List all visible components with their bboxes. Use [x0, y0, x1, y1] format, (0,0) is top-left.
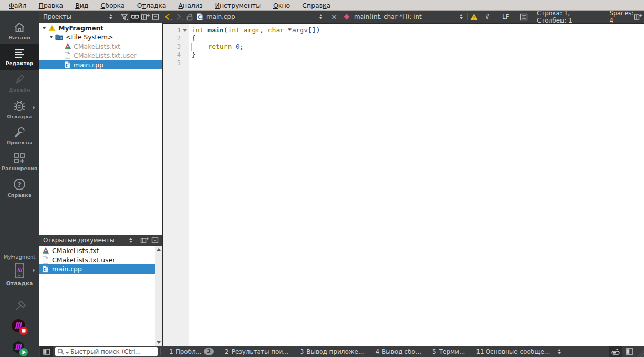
menu-analyze[interactable]: Анализ: [173, 1, 208, 10]
encoding-indicator[interactable]: #: [485, 13, 490, 20]
line-number-gutter: 1 2 3 4 5: [163, 24, 189, 346]
opened-documents-list: CMakeLists.txt CMakeLists.txt.user C++ m…: [39, 246, 162, 346]
editor-lines-icon: [13, 48, 26, 59]
cursor-position[interactable]: Строка: 1, Столбец: 1: [537, 10, 594, 24]
menu-debug[interactable]: Отладка: [132, 1, 172, 10]
mode-help[interactable]: ? Справка: [0, 175, 39, 201]
chevron-down-icon: [170, 19, 172, 20]
menu-bar: Файл Правка Вид Сборка Отладка Анализ Ин…: [0, 0, 644, 11]
split-editor-icon[interactable]: [634, 12, 642, 22]
open-document-dropdown[interactable]: C++ main.cpp: [196, 13, 325, 21]
menu-window[interactable]: Окно: [267, 1, 296, 10]
warning-icon[interactable]: [470, 12, 479, 22]
menu-build[interactable]: Сборка: [95, 1, 130, 10]
doc-item-main-cpp[interactable]: C++ main.cpp: [39, 264, 162, 274]
code-line-2: {: [192, 34, 644, 43]
mode-edit[interactable]: Редактор: [0, 44, 39, 70]
mode-debug[interactable]: Отладка: [0, 96, 39, 122]
wrench-icon: [13, 125, 26, 139]
tree-item-cmakelists[interactable]: CMakeLists.txt: [39, 41, 162, 51]
opened-documents-header: Открытые документы: [39, 235, 162, 246]
chevron-right-icon[interactable]: [33, 106, 35, 110]
run-button[interactable]: [11, 340, 28, 357]
extensions-icon: [13, 152, 26, 164]
cmake-file-icon: [64, 43, 71, 50]
help-circle-icon: ?: [13, 178, 26, 191]
mode-sidebar: Начало Редактор Дизайн Отладка Проекты Р…: [0, 11, 39, 357]
output-pane-search-results[interactable]: 2 Результаты пои...: [219, 346, 295, 357]
scroll-up-icon[interactable]: [157, 248, 161, 251]
stop-run-button[interactable]: [11, 318, 28, 335]
menu-file[interactable]: Файл: [3, 1, 32, 10]
pane-selector-arrows-icon[interactable]: [109, 14, 112, 19]
search-icon: [57, 348, 64, 355]
close-pane-icon[interactable]: [150, 12, 160, 22]
cpp-file-icon: C++: [41, 265, 49, 273]
scroll-down-icon[interactable]: [157, 341, 161, 344]
indent-guide: [191, 43, 192, 51]
line-number: 5: [177, 59, 181, 67]
text-format-icon[interactable]: [520, 12, 528, 22]
mode-projects[interactable]: Проекты: [0, 122, 39, 149]
menu-help[interactable]: Справка: [297, 1, 336, 10]
document-dropdown-arrows-icon[interactable]: [319, 14, 322, 19]
split-pane-icon[interactable]: [140, 12, 150, 22]
code-editor[interactable]: 1 2 3 4 5 int main(int argc, char *argv[…: [162, 23, 644, 346]
resize-grip[interactable]: [636, 346, 644, 357]
cpp-file-icon: C++: [64, 61, 71, 69]
code-line-3: return 0;: [192, 43, 644, 51]
doc-item-label: CMakeLists.txt: [52, 247, 99, 255]
tree-item-main-cpp[interactable]: C++ main.cpp: [39, 60, 162, 69]
output-pane-issues[interactable]: 1 Пробл... 2: [163, 346, 219, 357]
output-pane-application-output[interactable]: 3 Вывод приложе...: [295, 346, 370, 357]
doc-item-cmakelists[interactable]: CMakeLists.txt: [39, 246, 162, 255]
build-button[interactable]: [12, 300, 27, 314]
close-pane-icon[interactable]: [150, 235, 160, 245]
document-name: main.cpp: [206, 13, 317, 20]
output-pane-general-messages[interactable]: 11 Основные сообще...: [470, 346, 555, 357]
back-button[interactable]: [162, 12, 173, 22]
filter-icon[interactable]: [119, 12, 130, 22]
sidebar-divider: [5, 250, 34, 250]
output-pane-arrows-icon[interactable]: [558, 349, 561, 354]
pane-selector[interactable]: Проекты: [43, 13, 107, 20]
code-area[interactable]: int main(int argc, char *argv[]) { retur…: [189, 24, 644, 346]
dock-title[interactable]: Открытые документы: [43, 237, 127, 244]
menu-edit[interactable]: Правка: [33, 1, 69, 10]
chevron-right-icon[interactable]: [33, 268, 35, 272]
mode-welcome[interactable]: Начало: [0, 18, 39, 44]
scrollbar[interactable]: [155, 246, 162, 346]
progress-details-toggle[interactable]: [609, 346, 622, 357]
menu-view[interactable]: Вид: [70, 1, 94, 10]
menu-tools[interactable]: Инструменты: [210, 1, 266, 10]
search-dropdown-icon[interactable]: [66, 352, 69, 354]
tree-item-file-system[interactable]: <File System>: [39, 32, 162, 41]
tree-item-cmakelists-user[interactable]: CMakeLists.txt.user: [39, 51, 162, 60]
right-sidebar-toggle[interactable]: [622, 346, 636, 357]
quick-search-box[interactable]: [55, 347, 158, 356]
svg-text:++: ++: [200, 17, 203, 20]
mode-extensions[interactable]: Расширения: [0, 149, 39, 175]
symbol-name: main(int, char *[]): int: [354, 13, 457, 20]
output-pane-terminal[interactable]: 5 Терми...: [427, 346, 470, 357]
symbol-dropdown-arrows-icon[interactable]: [460, 14, 463, 19]
file-icon: [64, 52, 71, 59]
split-pane-icon[interactable]: [139, 235, 150, 245]
collapse-arrow-icon[interactable]: [42, 27, 46, 29]
indent-settings[interactable]: Spaces: 4: [609, 10, 634, 24]
fold-marker-icon[interactable]: [183, 29, 187, 32]
dock-selector-arrows-icon[interactable]: [129, 238, 132, 243]
collapse-arrow-icon[interactable]: [49, 36, 53, 38]
kit-selector[interactable]: [0, 262, 39, 279]
doc-item-cmakelists-user[interactable]: CMakeLists.txt.user: [39, 255, 162, 264]
left-sidebar-toggle[interactable]: [40, 346, 53, 357]
link-with-editor-icon[interactable]: [130, 12, 140, 22]
search-input[interactable]: [70, 348, 152, 355]
output-pane-compile-output[interactable]: 4 Вывод сбо...: [369, 346, 427, 357]
line-ending-indicator[interactable]: LF: [502, 13, 509, 20]
close-document-button[interactable]: ×: [329, 13, 339, 21]
tree-item-myfragment[interactable]: MyFragment: [39, 23, 162, 32]
symbol-dropdown[interactable]: main(int, char *[]): int: [343, 13, 465, 20]
projects-tree-panel: MyFragment <File System> CMakeLists.txt …: [39, 23, 162, 235]
navigation-pane-header: Проекты: [39, 11, 162, 23]
